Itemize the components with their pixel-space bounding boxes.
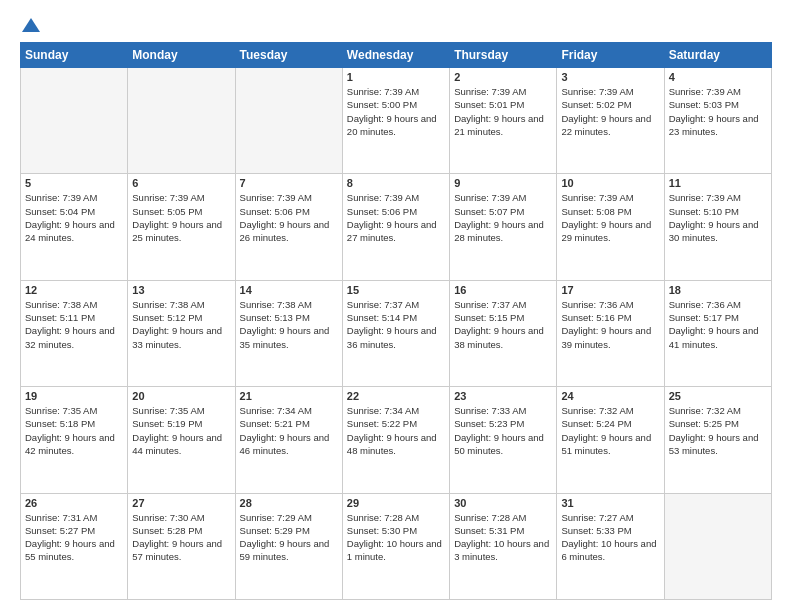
day-info: Sunrise: 7:37 AMSunset: 5:14 PMDaylight:…	[347, 298, 445, 351]
day-info: Sunrise: 7:39 AMSunset: 5:05 PMDaylight:…	[132, 191, 230, 244]
day-number: 19	[25, 390, 123, 402]
calendar-cell	[128, 68, 235, 174]
calendar-cell: 14 Sunrise: 7:38 AMSunset: 5:13 PMDaylig…	[235, 280, 342, 386]
day-number: 16	[454, 284, 552, 296]
calendar-cell: 27 Sunrise: 7:30 AMSunset: 5:28 PMDaylig…	[128, 493, 235, 599]
day-info: Sunrise: 7:28 AMSunset: 5:30 PMDaylight:…	[347, 511, 445, 564]
logo-triangle-icon	[22, 16, 40, 34]
calendar-table: SundayMondayTuesdayWednesdayThursdayFrid…	[20, 42, 772, 600]
day-number: 4	[669, 71, 767, 83]
calendar-cell: 28 Sunrise: 7:29 AMSunset: 5:29 PMDaylig…	[235, 493, 342, 599]
calendar-cell: 23 Sunrise: 7:33 AMSunset: 5:23 PMDaylig…	[450, 387, 557, 493]
day-info: Sunrise: 7:39 AMSunset: 5:06 PMDaylight:…	[240, 191, 338, 244]
calendar-cell: 26 Sunrise: 7:31 AMSunset: 5:27 PMDaylig…	[21, 493, 128, 599]
calendar-cell: 12 Sunrise: 7:38 AMSunset: 5:11 PMDaylig…	[21, 280, 128, 386]
day-number: 24	[561, 390, 659, 402]
week-row-1: 1 Sunrise: 7:39 AMSunset: 5:00 PMDayligh…	[21, 68, 772, 174]
weekday-header-saturday: Saturday	[664, 43, 771, 68]
day-info: Sunrise: 7:27 AMSunset: 5:33 PMDaylight:…	[561, 511, 659, 564]
day-number: 13	[132, 284, 230, 296]
day-number: 15	[347, 284, 445, 296]
day-info: Sunrise: 7:39 AMSunset: 5:04 PMDaylight:…	[25, 191, 123, 244]
day-info: Sunrise: 7:32 AMSunset: 5:25 PMDaylight:…	[669, 404, 767, 457]
day-number: 5	[25, 177, 123, 189]
calendar-cell: 15 Sunrise: 7:37 AMSunset: 5:14 PMDaylig…	[342, 280, 449, 386]
day-number: 2	[454, 71, 552, 83]
weekday-header-friday: Friday	[557, 43, 664, 68]
header	[20, 16, 772, 34]
weekday-header-sunday: Sunday	[21, 43, 128, 68]
day-number: 28	[240, 497, 338, 509]
day-number: 29	[347, 497, 445, 509]
day-info: Sunrise: 7:39 AMSunset: 5:03 PMDaylight:…	[669, 85, 767, 138]
calendar-cell: 10 Sunrise: 7:39 AMSunset: 5:08 PMDaylig…	[557, 174, 664, 280]
day-info: Sunrise: 7:34 AMSunset: 5:22 PMDaylight:…	[347, 404, 445, 457]
page: SundayMondayTuesdayWednesdayThursdayFrid…	[0, 0, 792, 612]
week-row-4: 19 Sunrise: 7:35 AMSunset: 5:18 PMDaylig…	[21, 387, 772, 493]
calendar-cell: 8 Sunrise: 7:39 AMSunset: 5:06 PMDayligh…	[342, 174, 449, 280]
weekday-header-tuesday: Tuesday	[235, 43, 342, 68]
calendar-cell: 21 Sunrise: 7:34 AMSunset: 5:21 PMDaylig…	[235, 387, 342, 493]
day-number: 10	[561, 177, 659, 189]
calendar-cell: 6 Sunrise: 7:39 AMSunset: 5:05 PMDayligh…	[128, 174, 235, 280]
day-info: Sunrise: 7:33 AMSunset: 5:23 PMDaylight:…	[454, 404, 552, 457]
calendar-cell: 19 Sunrise: 7:35 AMSunset: 5:18 PMDaylig…	[21, 387, 128, 493]
calendar-cell: 17 Sunrise: 7:36 AMSunset: 5:16 PMDaylig…	[557, 280, 664, 386]
calendar-cell: 30 Sunrise: 7:28 AMSunset: 5:31 PMDaylig…	[450, 493, 557, 599]
weekday-header-row: SundayMondayTuesdayWednesdayThursdayFrid…	[21, 43, 772, 68]
day-info: Sunrise: 7:29 AMSunset: 5:29 PMDaylight:…	[240, 511, 338, 564]
calendar-cell: 25 Sunrise: 7:32 AMSunset: 5:25 PMDaylig…	[664, 387, 771, 493]
day-number: 22	[347, 390, 445, 402]
day-info: Sunrise: 7:39 AMSunset: 5:02 PMDaylight:…	[561, 85, 659, 138]
calendar-cell	[235, 68, 342, 174]
day-number: 17	[561, 284, 659, 296]
day-info: Sunrise: 7:39 AMSunset: 5:10 PMDaylight:…	[669, 191, 767, 244]
day-info: Sunrise: 7:35 AMSunset: 5:18 PMDaylight:…	[25, 404, 123, 457]
day-info: Sunrise: 7:38 AMSunset: 5:12 PMDaylight:…	[132, 298, 230, 351]
calendar-cell: 18 Sunrise: 7:36 AMSunset: 5:17 PMDaylig…	[664, 280, 771, 386]
day-number: 23	[454, 390, 552, 402]
day-info: Sunrise: 7:31 AMSunset: 5:27 PMDaylight:…	[25, 511, 123, 564]
calendar-cell: 11 Sunrise: 7:39 AMSunset: 5:10 PMDaylig…	[664, 174, 771, 280]
calendar-cell: 1 Sunrise: 7:39 AMSunset: 5:00 PMDayligh…	[342, 68, 449, 174]
day-number: 9	[454, 177, 552, 189]
day-number: 8	[347, 177, 445, 189]
weekday-header-wednesday: Wednesday	[342, 43, 449, 68]
day-info: Sunrise: 7:39 AMSunset: 5:07 PMDaylight:…	[454, 191, 552, 244]
calendar-cell: 20 Sunrise: 7:35 AMSunset: 5:19 PMDaylig…	[128, 387, 235, 493]
svg-marker-0	[22, 18, 40, 32]
calendar-cell: 2 Sunrise: 7:39 AMSunset: 5:01 PMDayligh…	[450, 68, 557, 174]
calendar-cell: 5 Sunrise: 7:39 AMSunset: 5:04 PMDayligh…	[21, 174, 128, 280]
week-row-5: 26 Sunrise: 7:31 AMSunset: 5:27 PMDaylig…	[21, 493, 772, 599]
day-info: Sunrise: 7:30 AMSunset: 5:28 PMDaylight:…	[132, 511, 230, 564]
calendar-cell	[664, 493, 771, 599]
day-number: 14	[240, 284, 338, 296]
calendar-cell: 29 Sunrise: 7:28 AMSunset: 5:30 PMDaylig…	[342, 493, 449, 599]
calendar-cell: 4 Sunrise: 7:39 AMSunset: 5:03 PMDayligh…	[664, 68, 771, 174]
day-number: 20	[132, 390, 230, 402]
day-info: Sunrise: 7:39 AMSunset: 5:01 PMDaylight:…	[454, 85, 552, 138]
week-row-3: 12 Sunrise: 7:38 AMSunset: 5:11 PMDaylig…	[21, 280, 772, 386]
day-number: 11	[669, 177, 767, 189]
day-number: 3	[561, 71, 659, 83]
day-number: 27	[132, 497, 230, 509]
calendar-cell: 22 Sunrise: 7:34 AMSunset: 5:22 PMDaylig…	[342, 387, 449, 493]
day-info: Sunrise: 7:39 AMSunset: 5:00 PMDaylight:…	[347, 85, 445, 138]
day-info: Sunrise: 7:28 AMSunset: 5:31 PMDaylight:…	[454, 511, 552, 564]
day-info: Sunrise: 7:36 AMSunset: 5:16 PMDaylight:…	[561, 298, 659, 351]
calendar-cell: 3 Sunrise: 7:39 AMSunset: 5:02 PMDayligh…	[557, 68, 664, 174]
weekday-header-monday: Monday	[128, 43, 235, 68]
day-info: Sunrise: 7:37 AMSunset: 5:15 PMDaylight:…	[454, 298, 552, 351]
day-number: 25	[669, 390, 767, 402]
calendar-cell: 13 Sunrise: 7:38 AMSunset: 5:12 PMDaylig…	[128, 280, 235, 386]
day-info: Sunrise: 7:39 AMSunset: 5:08 PMDaylight:…	[561, 191, 659, 244]
day-number: 18	[669, 284, 767, 296]
calendar-cell: 9 Sunrise: 7:39 AMSunset: 5:07 PMDayligh…	[450, 174, 557, 280]
calendar-cell	[21, 68, 128, 174]
day-number: 21	[240, 390, 338, 402]
calendar-cell: 16 Sunrise: 7:37 AMSunset: 5:15 PMDaylig…	[450, 280, 557, 386]
day-info: Sunrise: 7:35 AMSunset: 5:19 PMDaylight:…	[132, 404, 230, 457]
day-info: Sunrise: 7:36 AMSunset: 5:17 PMDaylight:…	[669, 298, 767, 351]
day-number: 7	[240, 177, 338, 189]
calendar-cell: 7 Sunrise: 7:39 AMSunset: 5:06 PMDayligh…	[235, 174, 342, 280]
